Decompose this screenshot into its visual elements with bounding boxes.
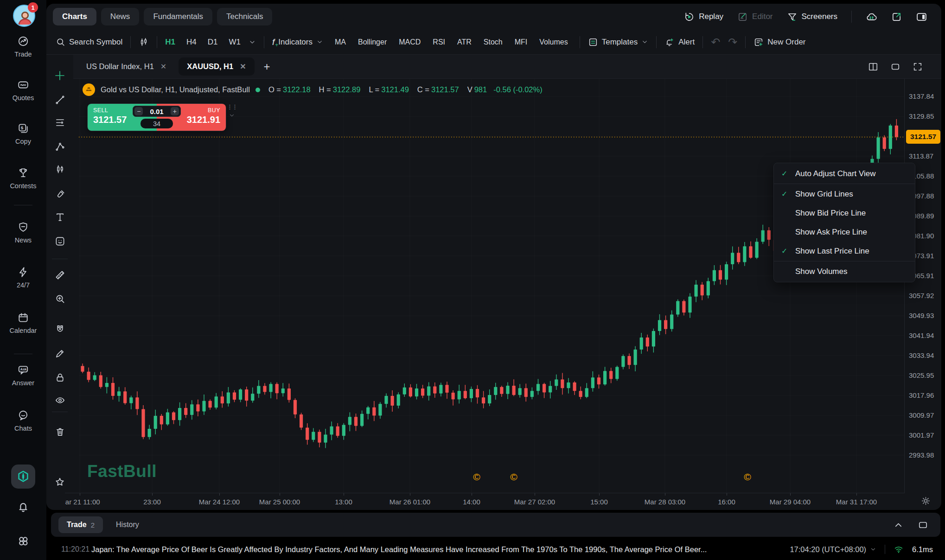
nav-tab-charts[interactable]: Charts	[53, 8, 96, 25]
symbol-title[interactable]: Gold vs US Dollar, H1, Unadjusted, FastB…	[101, 85, 250, 94]
calendar-event-marker[interactable]: ©	[473, 471, 480, 482]
volume-increase-button[interactable]: +	[171, 107, 179, 115]
interval-d1[interactable]: D1	[208, 38, 218, 47]
undo-button[interactable]: ↶	[711, 37, 720, 48]
sidebar-item-quotes[interactable]: Quotes	[0, 79, 46, 102]
zoom-icon[interactable]	[53, 292, 66, 305]
menu-item-show-bid-price-line[interactable]: Show Bid Price Line	[774, 204, 915, 223]
notifications-bell-button[interactable]	[16, 500, 30, 514]
text-icon[interactable]	[53, 210, 66, 223]
cloud-sync-button[interactable]	[866, 11, 877, 23]
emoji-icon[interactable]	[53, 235, 66, 248]
sidebar-item-answer[interactable]: AskAnswer	[0, 364, 46, 387]
sidebar-item-copy[interactable]: $Copy	[0, 122, 46, 145]
server-clock[interactable]: 17:04:20 (UTC+08:00)	[790, 545, 876, 554]
magnet-icon[interactable]	[53, 323, 66, 336]
calendar-event-marker[interactable]: ©	[744, 471, 751, 482]
time-tick-mark	[665, 493, 665, 496]
search-symbol-button[interactable]: Search Symbol	[56, 37, 122, 47]
ohlc-values: O =3122.18H =3122.89L =3121.49C =3121.57…	[268, 85, 487, 94]
indicators-button[interactable]: f+ Indicators	[272, 37, 323, 47]
ruler-icon[interactable]	[53, 268, 66, 281]
interval-h1[interactable]: H1	[165, 38, 175, 47]
add-chart-tab-button[interactable]: +	[258, 60, 276, 73]
chart-tab-1[interactable]: XAUUSD, H1✕	[179, 57, 254, 76]
templates-button[interactable]: Templates	[588, 37, 648, 47]
chart-tab-0[interactable]: US Dollar Index, H1✕	[78, 57, 175, 76]
nav-tab-technicals[interactable]: Technicals	[217, 8, 272, 25]
editor-button[interactable]: Editor	[737, 12, 773, 22]
chart-context-menu: ✓Auto Adjust Chart View✓Show Grid LinesS…	[773, 163, 915, 282]
axis-settings-button[interactable]	[921, 496, 931, 506]
volume-value[interactable]: 0.01	[150, 108, 163, 115]
menu-item-show-grid-lines[interactable]: ✓Show Grid Lines	[774, 185, 915, 204]
menu-item-show-volumes[interactable]: Show Volumes	[774, 262, 915, 281]
screeners-button[interactable]: Screeners	[787, 12, 837, 22]
indicator-shortcut-macd[interactable]: MACD	[399, 38, 421, 46]
indicator-shortcut-stoch[interactable]: Stoch	[484, 38, 503, 46]
fullscreen-icon[interactable]	[913, 62, 923, 72]
brush-icon[interactable]	[53, 188, 66, 201]
sidebar-item-247[interactable]: 24/7	[0, 266, 46, 289]
lock-icon[interactable]	[53, 371, 66, 384]
eye-icon[interactable]	[53, 394, 66, 407]
indicator-shortcut-atr[interactable]: ATR	[457, 38, 472, 46]
sidebar-item-news[interactable]: News	[0, 221, 46, 244]
indicator-shortcut-mfi[interactable]: MFI	[515, 38, 528, 46]
calendar-event-marker[interactable]: ©	[510, 471, 517, 482]
menu-item-show-last-price-line[interactable]: ✓Show Last Price Line	[774, 242, 915, 261]
editor-label: Editor	[752, 12, 773, 21]
interval-w1[interactable]: W1	[229, 38, 241, 47]
collapse-chevron-icon[interactable]	[229, 112, 235, 119]
crosshair-icon[interactable]	[53, 69, 66, 82]
indicator-shortcut-ma[interactable]: MA	[335, 38, 346, 46]
indicator-shortcut-bollinger[interactable]: Bollinger	[358, 38, 387, 46]
sidebar-item-trade[interactable]: Trade	[0, 35, 46, 58]
alert-button[interactable]: Alert	[664, 37, 695, 47]
sidebar-item-calendar[interactable]: Calendar	[0, 312, 46, 334]
sidebar-item-contests[interactable]: Contests	[0, 167, 46, 190]
user-avatar[interactable]: 1	[13, 5, 35, 27]
interval-h4[interactable]: H4	[186, 38, 197, 47]
menu-item-show-ask-price-line[interactable]: Show Ask Price Line	[774, 223, 915, 242]
layout-icon[interactable]	[868, 62, 878, 72]
volume-decrease-button[interactable]: −	[134, 107, 143, 115]
share-button[interactable]	[891, 12, 902, 22]
sell-button[interactable]: SELL 3121.57	[88, 104, 139, 131]
indicator-shortcut-volumes[interactable]: Volumes	[539, 38, 568, 46]
buy-button[interactable]: BUY 3121.91	[174, 104, 226, 131]
pitchfork-icon[interactable]	[53, 140, 66, 153]
chevron-up-icon[interactable]	[893, 520, 904, 530]
panel-toggle-button[interactable]	[916, 11, 927, 23]
drag-handle[interactable]: ⋮⋮	[227, 105, 237, 109]
tab-history[interactable]: History	[116, 521, 139, 529]
fib-lines-icon[interactable]	[53, 116, 66, 129]
chevron-down-icon[interactable]	[249, 38, 256, 46]
trash-icon[interactable]	[53, 425, 66, 438]
tab-trade[interactable]: Trade 2	[58, 516, 103, 533]
menu-item-auto-adjust-chart-view[interactable]: ✓Auto Adjust Chart View	[774, 164, 915, 183]
time-tick-mark	[856, 493, 857, 496]
close-tab-icon[interactable]: ✕	[160, 62, 166, 71]
patterns-icon[interactable]	[53, 163, 66, 176]
time-axis[interactable]: Mar 21 11:0023:00Mar 24 12:00Mar 25 00:0…	[65, 493, 904, 510]
nav-tab-fundamentals[interactable]: Fundamentals	[144, 8, 212, 25]
terminal-active-button[interactable]	[11, 465, 35, 489]
news-ticker[interactable]: Japan: The Average Price Of Beer Is Grea…	[91, 545, 750, 554]
new-order-button[interactable]: New Order	[753, 37, 805, 47]
nav-tab-news[interactable]: News	[101, 8, 140, 25]
sidebar-item-chats[interactable]: Chats	[0, 409, 46, 432]
tool-divider	[52, 412, 68, 412]
replay-button[interactable]: Replay	[684, 12, 723, 22]
draw-edit-icon[interactable]	[53, 347, 66, 360]
candlestick-chart[interactable]: ©©©	[79, 79, 904, 493]
redo-button[interactable]: ↷	[728, 37, 737, 48]
star-icon[interactable]	[53, 476, 66, 489]
expand-panel-icon[interactable]	[918, 520, 928, 530]
indicator-shortcut-rsi[interactable]: RSI	[433, 38, 445, 46]
trendline-icon[interactable]	[53, 93, 66, 106]
price-axis[interactable]: 3137.843129.853113.873105.883097.883089.…	[904, 79, 941, 493]
close-tab-icon[interactable]: ✕	[240, 62, 246, 71]
chart-type-button[interactable]	[139, 37, 149, 47]
minimize-window-icon[interactable]	[890, 62, 900, 72]
